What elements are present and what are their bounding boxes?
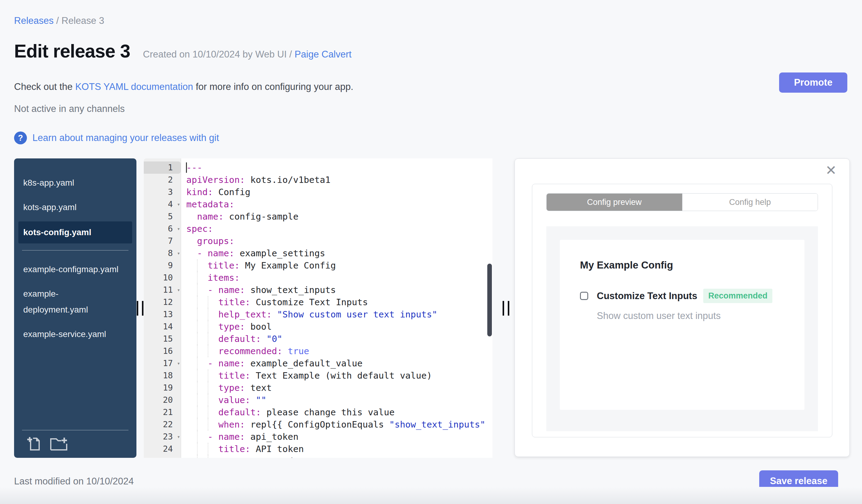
code-line[interactable]: type: password xyxy=(181,455,493,458)
indent-guide xyxy=(208,394,208,406)
code-line[interactable]: help_text: "Show custom user text inputs… xyxy=(181,308,493,320)
indent-guide xyxy=(208,419,208,430)
editor-vertical-scrollbar[interactable] xyxy=(487,264,492,336)
indent-guide xyxy=(197,308,198,320)
author-link[interactable]: Paige Calvert xyxy=(295,49,351,59)
line-number: 8▾ xyxy=(144,247,181,259)
line-number: 20 xyxy=(144,394,181,406)
code-line[interactable]: metadata: xyxy=(181,198,493,210)
file-tree-item[interactable]: kots-app.yaml xyxy=(14,195,136,220)
docs-line: Check out the KOTS YAML documentation fo… xyxy=(14,81,353,92)
indent-guide xyxy=(197,320,198,333)
code-line[interactable]: spec: xyxy=(181,223,493,235)
code-line[interactable]: default: "0" xyxy=(181,333,493,345)
new-folder-icon[interactable] xyxy=(50,436,68,451)
fold-arrow-icon[interactable]: ▾ xyxy=(177,223,180,235)
close-icon[interactable]: ✕ xyxy=(825,164,837,177)
line-number: 5 xyxy=(144,210,181,223)
line-number: 7 xyxy=(144,235,181,247)
indent-guide xyxy=(197,394,198,406)
code-line[interactable]: items: xyxy=(181,271,493,284)
yaml-editor[interactable]: 1234▾56▾78▾91011▾121314151617▾1819202122… xyxy=(144,158,493,458)
line-number: 4▾ xyxy=(144,198,181,210)
code-line[interactable]: apiVersion: kots.io/v1beta1 xyxy=(181,174,493,186)
editor-code-area[interactable]: ---apiVersion: kots.io/v1beta1kind: Conf… xyxy=(181,161,493,458)
pane-resize-handle-right[interactable] xyxy=(502,301,509,316)
text-cursor xyxy=(186,162,187,173)
line-number: 9 xyxy=(144,259,181,271)
file-tree-item[interactable]: example-service.yaml xyxy=(14,322,136,346)
fold-arrow-icon[interactable]: ▾ xyxy=(177,357,180,369)
line-number: 11▾ xyxy=(144,284,181,296)
config-item-row: Customize Text Inputs Recommended xyxy=(580,289,784,303)
last-modified-text: Last modified on 10/10/2024 xyxy=(14,476,134,487)
indent-guide xyxy=(197,284,198,296)
git-help-link[interactable]: Learn about managing your releases with … xyxy=(32,132,219,143)
edit-release-page: { "breadcrumb": { "link": "Releases", "s… xyxy=(0,0,862,504)
fold-arrow-icon[interactable]: ▾ xyxy=(177,198,180,210)
pane-resize-handle-left[interactable] xyxy=(137,301,143,316)
line-number: 14 xyxy=(144,320,181,333)
config-group-title: My Example Config xyxy=(580,259,784,271)
breadcrumb-separator: / xyxy=(53,15,62,26)
code-line[interactable]: type: text xyxy=(181,382,493,394)
indent-guide xyxy=(197,369,198,382)
code-line[interactable]: name: config-sample xyxy=(181,210,493,223)
code-line[interactable]: when: repl{{ ConfigOptionEquals "show_te… xyxy=(181,419,493,430)
file-list: k8s-app.yamlkots-app.yamlkots-config.yam… xyxy=(14,158,136,346)
indent-guide xyxy=(208,382,208,394)
code-line[interactable]: default: please change this value xyxy=(181,406,493,419)
file-tree-item[interactable]: kots-config.yaml xyxy=(18,222,132,243)
code-line[interactable]: --- xyxy=(181,161,493,174)
fold-arrow-icon[interactable]: ▾ xyxy=(177,247,180,259)
indent-guide xyxy=(197,296,198,308)
code-line[interactable]: - name: api_token xyxy=(181,430,493,443)
code-line[interactable]: title: API token xyxy=(181,443,493,455)
file-tree-item[interactable]: example-configmap.yaml xyxy=(14,257,136,282)
tab-config-preview[interactable]: Config preview xyxy=(547,194,682,211)
indent-guide xyxy=(197,259,198,271)
code-line[interactable]: title: Text Example (with default value) xyxy=(181,369,493,382)
config-item-help-text: Show custom user text inputs xyxy=(597,310,784,321)
save-release-button[interactable]: Save release xyxy=(759,470,838,492)
sidebar-actions xyxy=(14,430,136,458)
line-number: 16 xyxy=(144,345,181,357)
promote-button[interactable]: Promote xyxy=(779,72,847,93)
file-tree-item[interactable]: k8s-app.yaml xyxy=(14,171,136,195)
config-item-checkbox[interactable] xyxy=(580,292,588,300)
code-line[interactable]: title: My Example Config xyxy=(181,259,493,271)
code-line[interactable]: groups: xyxy=(181,235,493,247)
preview-content-area: My Example Config Customize Text Inputs … xyxy=(546,226,818,431)
code-line[interactable]: title: Customize Text Inputs xyxy=(181,296,493,308)
channel-status: Not active in any channels xyxy=(14,103,125,115)
code-line[interactable]: - name: example_settings xyxy=(181,247,493,259)
code-line[interactable]: recommended: true xyxy=(181,345,493,357)
breadcrumb-releases-link[interactable]: Releases xyxy=(14,15,53,26)
tab-config-help[interactable]: Config help xyxy=(682,194,818,211)
indent-guide xyxy=(197,419,198,430)
line-number: 23▾ xyxy=(144,430,181,443)
code-line[interactable]: value: "" xyxy=(181,394,493,406)
code-line[interactable]: type: bool xyxy=(181,320,493,333)
code-line[interactable]: kind: Config xyxy=(181,186,493,198)
line-number: 17▾ xyxy=(144,357,181,369)
kots-yaml-docs-link[interactable]: KOTS YAML documentation xyxy=(75,81,193,92)
line-number: 3 xyxy=(144,186,181,198)
indent-guide xyxy=(208,345,208,357)
indent-guide xyxy=(208,320,208,333)
new-file-icon[interactable] xyxy=(26,436,41,451)
line-number: 19 xyxy=(144,382,181,394)
config-form-card: My Example Config Customize Text Inputs … xyxy=(560,240,805,410)
indent-guide xyxy=(197,271,198,284)
line-number: 21 xyxy=(144,406,181,419)
fold-arrow-icon[interactable]: ▾ xyxy=(177,284,180,296)
indent-guide xyxy=(197,455,198,458)
fold-arrow-icon[interactable]: ▾ xyxy=(177,430,180,443)
line-number: 15 xyxy=(144,333,181,345)
indent-guide xyxy=(197,430,198,443)
question-mark-icon: ? xyxy=(14,132,27,144)
file-tree-item[interactable]: example-deployment.yaml xyxy=(14,282,136,322)
line-number: 18 xyxy=(144,369,181,382)
code-line[interactable]: - name: show_text_inputs xyxy=(181,284,493,296)
code-line[interactable]: - name: example_default_value xyxy=(181,357,493,369)
